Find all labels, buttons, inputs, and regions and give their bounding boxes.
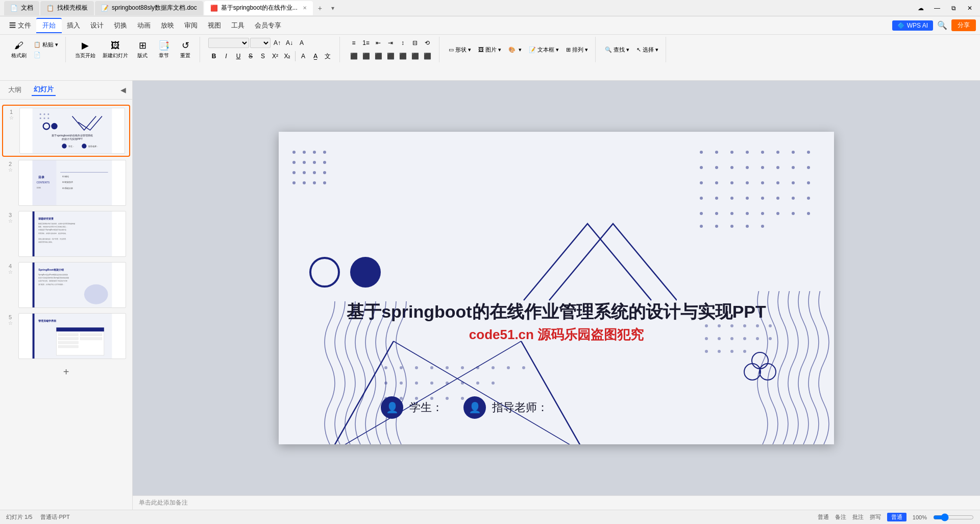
tab-template[interactable]: 📋 找模壳模板 xyxy=(40,1,94,15)
paste-special-button[interactable]: 📄 xyxy=(31,51,61,59)
tab-ppt-close-icon[interactable]: ✕ xyxy=(303,5,307,11)
slide-canvas[interactable]: 基于springboot的在线作业管理系统的设计与实现PPT code51.cn… xyxy=(133,81,980,495)
columns-button[interactable]: ⊟ xyxy=(409,37,421,49)
select-label: 选择 xyxy=(643,46,654,54)
menu-slideshow[interactable]: 放映 xyxy=(156,19,179,32)
section-button[interactable]: 📑 章节 xyxy=(154,39,174,60)
font-family-select[interactable] xyxy=(208,38,249,48)
italic-button[interactable]: I xyxy=(220,51,232,62)
slide-item-1[interactable]: 1 ☆ xyxy=(2,105,130,157)
tab-ppt[interactable]: 🟥 基于springboot的在线作业... ✕ xyxy=(204,1,313,15)
picture-button[interactable]: 🖼 图片 ▾ xyxy=(475,45,504,55)
slide-item-3[interactable]: 3 ☆ 课题研究背景 随着互联网技术的飞速发展，在线作业管理系统越来越 重要。传… xyxy=(2,209,130,259)
menu-view[interactable]: 视图 xyxy=(203,19,226,32)
collapse-sidebar-button[interactable]: ◀ xyxy=(120,86,126,94)
maximize-button[interactable]: ⧉ xyxy=(947,2,960,14)
shape-dropdown-icon[interactable]: ▾ xyxy=(468,46,471,53)
menu-tools[interactable]: 工具 xyxy=(226,19,250,32)
menu-animation[interactable]: 动画 xyxy=(132,19,156,32)
slide-item-4[interactable]: 4 ☆ SpringBoot框架介绍 SpringBoot是由Pivotal团队… xyxy=(2,260,130,310)
slide-item-5[interactable]: 5 ☆ 管理员端学界面 xyxy=(2,311,130,361)
format-painter-button[interactable]: 🖌 格式刷 xyxy=(8,39,30,60)
minimize-button[interactable]: — xyxy=(931,2,943,14)
align-bottom-button[interactable]: ⬛ xyxy=(422,51,433,62)
align-left-button[interactable]: ⬛ xyxy=(348,51,359,62)
menu-insert[interactable]: 插入 xyxy=(62,19,85,32)
picture-dropdown-icon[interactable]: ▾ xyxy=(498,46,501,53)
text-direction-button[interactable]: ⟲ xyxy=(422,37,433,49)
menu-member[interactable]: 会员专享 xyxy=(250,19,286,32)
shadow-button[interactable]: S xyxy=(257,51,268,62)
textbox-button[interactable]: 📝 文本框 ▾ xyxy=(526,45,562,55)
tab-add-button[interactable]: + xyxy=(314,4,326,12)
menu-file[interactable]: ☰ 文件 xyxy=(4,19,36,32)
select-button[interactable]: ↖ 选择 ▾ xyxy=(633,45,662,55)
tab-doc1[interactable]: 📄 文档 xyxy=(4,1,39,15)
find-button[interactable]: 🔍 查找 ▾ xyxy=(602,45,632,55)
wps-ai-label: WPS AI xyxy=(907,22,928,29)
font-color-button[interactable]: A xyxy=(298,51,309,62)
align-middle-button[interactable]: ⬛ xyxy=(409,51,421,62)
close-button[interactable]: ✕ xyxy=(964,2,976,14)
menu-start[interactable]: 开始 xyxy=(36,18,62,33)
fill-dropdown-icon[interactable]: ▾ xyxy=(519,46,522,53)
paste-button[interactable]: 📋 粘贴 ▾ xyxy=(31,40,61,50)
increase-font-button[interactable]: A↑ xyxy=(272,37,283,49)
clear-format-button[interactable]: A xyxy=(296,37,307,49)
textbox-dropdown-icon[interactable]: ▾ xyxy=(556,46,559,53)
tab-doc2[interactable]: 📝 springboot88sly数据库文档.doc xyxy=(95,1,203,15)
start-slideshow-button[interactable]: ▶ 当页开始 xyxy=(72,39,99,60)
wps-ai-button[interactable]: 🔷 WPS AI xyxy=(892,20,933,31)
shape-button[interactable]: ▭ 形状 ▾ xyxy=(446,45,474,55)
fill-button[interactable]: 🎨 ▾ xyxy=(505,45,525,54)
align-right-button[interactable]: ⬛ xyxy=(373,51,384,62)
search-icon[interactable]: 🔍 xyxy=(937,20,947,30)
teacher-label: 指导老师： xyxy=(492,400,548,415)
slide-item-2[interactable]: 2 ☆ 目录 CONTENTS 3396 01 绪论 02 框架技术 03 系统… xyxy=(2,158,130,208)
tab-outline[interactable]: 大纲 xyxy=(6,84,23,96)
strikethrough-button[interactable]: S xyxy=(245,51,256,62)
menu-review[interactable]: 审阅 xyxy=(179,19,203,32)
svg-point-91 xyxy=(807,181,810,184)
decrease-indent-button[interactable]: ⇤ xyxy=(373,37,384,49)
normal-view-button[interactable]: 普通 xyxy=(818,513,829,521)
word-art-button[interactable]: 文 xyxy=(322,51,333,62)
spell-check-button[interactable]: 拼写 xyxy=(870,513,881,521)
cloud-sync-icon[interactable]: ☁ xyxy=(915,2,927,14)
select-dropdown-icon[interactable]: ▾ xyxy=(655,46,658,53)
arrange-button[interactable]: ⊞ 排列 ▾ xyxy=(563,45,591,55)
tab-more-button[interactable]: ▾ xyxy=(327,5,338,12)
subscript-button[interactable]: X² xyxy=(270,51,281,62)
numbered-list-button[interactable]: 1≡ xyxy=(360,37,372,49)
paste-dropdown-icon[interactable]: ▾ xyxy=(55,41,58,48)
bullet-list-button[interactable]: ≡ xyxy=(348,37,359,49)
new-slide-button[interactable]: 🖼 新建幻灯片 xyxy=(100,39,131,60)
outline-view-button[interactable]: 备注 xyxy=(835,513,846,521)
justify-button[interactable]: ⬛ xyxy=(385,51,396,62)
slide-star-5: ☆ xyxy=(8,320,13,326)
arrange-dropdown-icon[interactable]: ▾ xyxy=(585,46,588,53)
reset-button[interactable]: ↺ 重置 xyxy=(175,39,195,60)
find-dropdown-icon[interactable]: ▾ xyxy=(626,46,629,53)
superscript-button[interactable]: X₂ xyxy=(282,51,293,62)
underline-button[interactable]: U xyxy=(233,51,244,62)
font-size-select[interactable] xyxy=(250,38,271,48)
tab-slides[interactable]: 幻灯片 xyxy=(32,84,56,96)
increase-indent-button[interactable]: ⇥ xyxy=(385,37,396,49)
zoom-slider[interactable] xyxy=(933,513,974,521)
layout-button[interactable]: ⊞ 版式 xyxy=(132,39,153,60)
menu-design[interactable]: 设计 xyxy=(85,19,109,32)
notes-bar[interactable]: 单击此处添加备注 xyxy=(133,495,980,510)
decrease-font-button[interactable]: A↓ xyxy=(284,37,295,49)
highlight-button[interactable]: A̲ xyxy=(310,51,321,62)
slide-frame[interactable]: 基于springboot的在线作业管理系统的设计与实现PPT code51.cn… xyxy=(279,132,834,444)
menu-transition[interactable]: 切换 xyxy=(109,19,132,32)
align-top-button[interactable]: ⬛ xyxy=(397,51,408,62)
bold-button[interactable]: B xyxy=(208,51,219,62)
share-button[interactable]: 分享 xyxy=(951,19,976,31)
align-center-button[interactable]: ⬛ xyxy=(360,51,372,62)
status-bar: 幻灯片 1/5 普通话·PPT 普通 备注 批注 拼写 普通 100% xyxy=(0,510,980,524)
add-slide-button[interactable]: + xyxy=(0,362,132,382)
line-spacing-button[interactable]: ↕ xyxy=(397,37,408,49)
notes-view-button[interactable]: 批注 xyxy=(852,513,864,521)
